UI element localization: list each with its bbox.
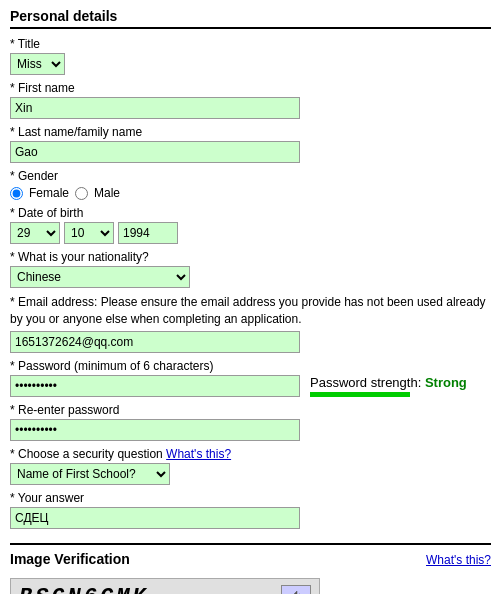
lastname-field-row (10, 141, 491, 163)
gender-male-radio[interactable] (75, 187, 88, 200)
security-question-label-text: * Choose a security question (10, 447, 163, 461)
image-verification-section: Image Verification What's this? BSGN6CMK… (10, 543, 491, 594)
captcha-text: BSGN6CMK (19, 585, 149, 594)
gender-label: * Gender (10, 169, 491, 183)
repassword-input[interactable] (10, 419, 300, 441)
password-row: Password strength: Strong (10, 375, 491, 397)
section-title-verification: Image Verification (10, 551, 130, 570)
email-notice: * Email address: Please ensure the email… (10, 294, 490, 328)
nationality-label: * What is your nationality? (10, 250, 491, 264)
gender-male-label: Male (94, 186, 120, 200)
password-strength-value: Strong (425, 375, 467, 390)
password-strength-container: Password strength: Strong (310, 375, 467, 397)
gender-row: Female Male (10, 186, 491, 200)
security-question-row: Name of First School? Mother's maiden na… (10, 463, 491, 485)
password-label: * Password (minimum of 6 characters) (10, 359, 491, 373)
repassword-label: * Re-enter password (10, 403, 491, 417)
title-field-row: Miss Mr Mrs Ms Dr (10, 53, 491, 75)
dob-month-select[interactable]: 10 (64, 222, 114, 244)
dob-year-input[interactable] (118, 222, 178, 244)
answer-input[interactable] (10, 507, 300, 529)
nationality-field-row: Chinese British American (10, 266, 491, 288)
security-whats-this-link[interactable]: What's this? (166, 447, 231, 461)
captcha-speaker-button[interactable] (281, 585, 311, 594)
title-select[interactable]: Miss Mr Mrs Ms Dr (10, 53, 65, 75)
firstname-field-row (10, 97, 491, 119)
security-question-select[interactable]: Name of First School? Mother's maiden na… (10, 463, 170, 485)
repassword-field-row (10, 419, 491, 441)
section-title-personal: Personal details (10, 8, 491, 29)
security-question-label: * Choose a security question What's this… (10, 447, 491, 461)
email-field-row (10, 331, 491, 353)
answer-label: * Your answer (10, 491, 491, 505)
speaker-icon (287, 590, 305, 594)
image-verification-header: Image Verification What's this? (10, 551, 491, 570)
dob-row: 29 10 (10, 222, 491, 244)
nationality-select[interactable]: Chinese British American (10, 266, 190, 288)
password-strength-bar (310, 392, 410, 397)
lastname-input[interactable] (10, 141, 300, 163)
dob-label: * Date of birth (10, 206, 491, 220)
password-input[interactable] (10, 375, 300, 397)
verification-whats-this-link[interactable]: What's this? (426, 553, 491, 567)
svg-marker-0 (289, 591, 297, 594)
lastname-label: * Last name/family name (10, 125, 491, 139)
firstname-input[interactable] (10, 97, 300, 119)
captcha-box: BSGN6CMK (10, 578, 320, 594)
page-wrapper: Personal details * Title Miss Mr Mrs Ms … (0, 0, 501, 594)
firstname-label: * First name (10, 81, 491, 95)
answer-field-row (10, 507, 491, 529)
gender-female-radio[interactable] (10, 187, 23, 200)
password-strength-label: Password strength: (310, 375, 421, 390)
email-input[interactable] (10, 331, 300, 353)
gender-female-label: Female (29, 186, 69, 200)
dob-day-select[interactable]: 29 (10, 222, 60, 244)
title-label: * Title (10, 37, 491, 51)
